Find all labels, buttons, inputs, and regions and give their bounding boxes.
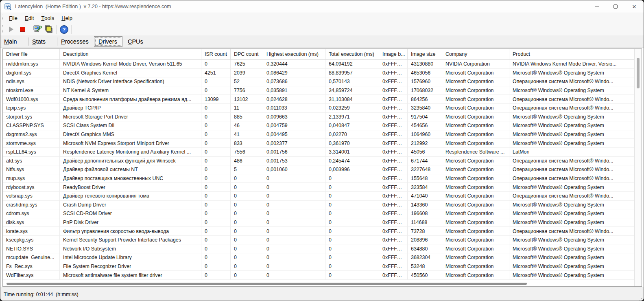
- table-row[interactable]: dxgkrnl.sysDirectX Graphics Kernel425120…: [3, 69, 634, 78]
- column-header[interactable]: Image size: [408, 49, 442, 60]
- table-row[interactable]: CLASSPNP.SYSSCSI Class System Dll0460,00…: [3, 121, 634, 130]
- horizontal-scrollbar-thumb[interactable]: [7, 283, 527, 285]
- table-row[interactable]: tcpip.sysДрайвер TCP/IP0110,0110330,0232…: [3, 104, 634, 113]
- table-cell: Microsoft Corporation: [442, 113, 509, 122]
- table-cell: WdFilter.sys: [3, 271, 60, 280]
- copy-button[interactable]: [43, 24, 55, 35]
- vertical-scrollbar[interactable]: [634, 49, 642, 286]
- table-row[interactable]: rdyboost.sysReadyBoost Driver00000xFFFFF…: [3, 183, 634, 192]
- menu-help[interactable]: Help: [58, 13, 76, 23]
- table-cell: rspLLL64.sys: [3, 148, 60, 157]
- table-cell: 17068032: [408, 86, 442, 95]
- table-cell: 0: [325, 253, 379, 262]
- table-row[interactable]: cdrom.sysSCSI CD-ROM Driver00000xFFFFF..…: [3, 209, 634, 218]
- table-cell: 0,002377: [263, 139, 325, 148]
- table-cell: 0,024628: [263, 95, 325, 104]
- table-cell: 0: [325, 262, 379, 271]
- column-header[interactable]: DPC count: [231, 49, 263, 60]
- table-cell: 0: [263, 236, 325, 245]
- table-row[interactable]: mcupdate_Genuine...Intel Microcode Updat…: [3, 253, 634, 262]
- time-running-label: Time running: 0:01:44 (h:mm:ss): [4, 292, 79, 297]
- table-cell: 0xFFFFF...: [379, 209, 408, 218]
- table-cell: SCSI CD-ROM Driver: [60, 209, 201, 218]
- table-cell: 0: [201, 121, 231, 130]
- table-row[interactable]: iorate.sysФильтр управления скоростью вв…: [3, 227, 634, 236]
- table-cell: 0xFFFFF...: [379, 157, 408, 166]
- table-row[interactable]: afd.sysДрайвер дополнительных функций дл…: [3, 157, 634, 166]
- column-header[interactable]: ISR count: [201, 49, 231, 60]
- table-row[interactable]: volsnap.sysДрайвер теневого копирования …: [3, 192, 634, 201]
- table-cell: Microsoft Corporation: [442, 104, 509, 113]
- table-cell: crashdmp.sys: [3, 201, 60, 210]
- table-cell: 64,094192: [325, 60, 379, 69]
- tab-cpus[interactable]: CPUs: [122, 35, 152, 47]
- column-header[interactable]: Driver file: [3, 49, 60, 60]
- column-header[interactable]: Image b...: [379, 49, 408, 60]
- table-row[interactable]: Fs_Rec.sysFile System Recognizer Driver0…: [3, 262, 634, 271]
- table-cell: 2,133971: [325, 113, 379, 122]
- table-row[interactable]: storport.sysMicrosoft Storage Port Drive…: [3, 113, 634, 122]
- column-header[interactable]: Total execution (ms): [325, 49, 379, 60]
- table-cell: Microsoft® Windows® Operating System: [509, 86, 634, 95]
- table-cell: 0,245474: [325, 157, 379, 166]
- tab-stats[interactable]: Stats: [28, 35, 57, 47]
- minimize-button[interactable]: [587, 0, 606, 13]
- table-row[interactable]: nvlddmkm.sysNVIDIA Windows Kernel Mode D…: [3, 60, 634, 69]
- table-cell: 0: [263, 209, 325, 218]
- menu-edit[interactable]: Edit: [21, 13, 37, 23]
- table-cell: 0,320444: [263, 60, 325, 69]
- table-row[interactable]: Wdf01000.sysСреда выполнения платформы д…: [3, 95, 634, 104]
- table-cell: disk.sys: [3, 218, 60, 227]
- horizontal-scrollbar[interactable]: [3, 281, 634, 286]
- maximize-button[interactable]: [606, 0, 625, 13]
- menu-file[interactable]: File: [5, 13, 21, 23]
- table-cell: Microsoft Corporation: [442, 253, 509, 262]
- column-header[interactable]: Highest execution (ms): [263, 49, 325, 60]
- table-cell: Ntfs.sys: [3, 165, 60, 174]
- table-cell: Crash Dump Driver: [60, 201, 201, 210]
- tab-bar: Main Stats Processes Drivers CPUs: [0, 35, 644, 48]
- table-cell: 0,023259: [325, 104, 379, 113]
- start-monitor-button[interactable]: [5, 24, 17, 35]
- table-row[interactable]: WdFilter.sysMicrosoft antimalware file s…: [3, 271, 634, 280]
- table-cell: Resplendence Software ...: [442, 148, 509, 157]
- table-cell: Microsoft Corporation: [442, 130, 509, 139]
- table-cell: 0: [231, 174, 263, 183]
- table-row[interactable]: ksecpkg.sysKernel Security Support Provi…: [3, 236, 634, 245]
- table-row[interactable]: NETIO.SYSNetwork I/O Subsystem00000xFFFF…: [3, 244, 634, 253]
- table-cell: Операционная система Microsoft® Windo...: [509, 157, 634, 166]
- table-cell: 0: [201, 262, 231, 271]
- table-cell: 0: [325, 244, 379, 253]
- table-cell: 0: [325, 236, 379, 245]
- table-row[interactable]: crashdmp.sysCrash Dump Driver00000xFFFFF…: [3, 201, 634, 210]
- minimize-icon: [595, 7, 599, 7]
- report-button[interactable]: [32, 24, 43, 35]
- table-cell: Fs_Rec.sys: [3, 262, 60, 271]
- table-row[interactable]: ntoskrnl.exeNT Kernel & System077560,035…: [3, 86, 634, 95]
- table-row[interactable]: Ntfs.sysДрайвер файловой системы NT050,0…: [3, 165, 634, 174]
- table-row[interactable]: rspLLL64.sysResplendence Latency Monitor…: [3, 148, 634, 157]
- resize-grip[interactable]: [641, 298, 642, 299]
- table-cell: Microsoft® Windows® Operating System: [509, 236, 634, 245]
- table-row[interactable]: dxgmms2.sysDirectX Graphics MMS0410,0044…: [3, 130, 634, 139]
- table-row[interactable]: ndis.sysNDIS (Network Driver Interface S…: [3, 77, 634, 86]
- stop-monitor-button[interactable]: [17, 24, 28, 35]
- table-cell: 323584: [408, 183, 442, 192]
- menu-tools[interactable]: Tools: [37, 13, 58, 23]
- tab-main[interactable]: Main: [0, 35, 28, 47]
- tab-processes[interactable]: Processes: [57, 35, 94, 47]
- table-cell: 0: [201, 209, 231, 218]
- table-row[interactable]: mup.sysДрайвер поставщика множественных …: [3, 174, 634, 183]
- close-button[interactable]: ✕: [625, 0, 644, 13]
- column-header[interactable]: Company: [442, 49, 509, 60]
- column-header[interactable]: Product: [509, 49, 634, 60]
- table-cell: Microsoft Corporation: [442, 244, 509, 253]
- help-button[interactable]: ?: [58, 24, 70, 35]
- column-header[interactable]: Description: [60, 49, 201, 60]
- table-row[interactable]: stornvme.sysMicrosoft NVM Express Storpo…: [3, 139, 634, 148]
- tab-drivers[interactable]: Drivers: [94, 36, 122, 47]
- table-row[interactable]: disk.sysPnP Disk Driver00000xFFFFF...114…: [3, 218, 634, 227]
- vertical-scrollbar-thumb[interactable]: [637, 58, 640, 88]
- table-cell: 0,001756: [263, 148, 325, 157]
- table-cell: Microsoft Corporation: [442, 227, 509, 236]
